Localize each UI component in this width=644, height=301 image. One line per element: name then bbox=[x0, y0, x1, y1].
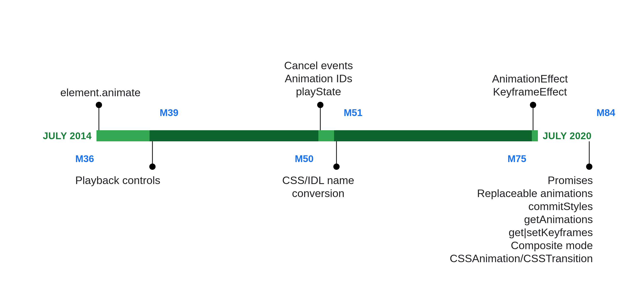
event-stem-m75 bbox=[533, 105, 534, 130]
event-text-m75: AnimationEffect KeyframeEffect bbox=[492, 72, 568, 98]
milestone-label-m39: M39 bbox=[160, 107, 178, 118]
event-text-m50-line-1: Animation IDs bbox=[285, 72, 352, 85]
event-stem-m36 bbox=[99, 105, 99, 130]
event-text-m36: element.animate bbox=[60, 86, 140, 99]
end-date-label: JULY 2020 bbox=[543, 130, 592, 141]
event-text-m50-line-0: Cancel events bbox=[284, 59, 353, 72]
milestone-label-m75: M75 bbox=[508, 154, 526, 164]
event-text-m51-line-1: conversion bbox=[292, 187, 344, 200]
event-stem-m51 bbox=[336, 141, 337, 167]
timeline-bar-dark-1 bbox=[334, 130, 532, 141]
event-text-m51-line-0: CSS/IDL name bbox=[282, 174, 354, 186]
event-dot-m75 bbox=[530, 102, 536, 108]
event-text-m75-line-0: AnimationEffect bbox=[492, 72, 568, 85]
event-text-m84-line-0: Promises bbox=[548, 174, 593, 186]
event-stem-m39 bbox=[152, 141, 153, 167]
milestone-label-m36: M36 bbox=[75, 154, 94, 164]
event-text-m51: CSS/IDL name conversion bbox=[282, 174, 354, 200]
event-dot-m36 bbox=[96, 102, 102, 108]
milestone-label-m51: M51 bbox=[344, 107, 362, 118]
milestone-label-m84: M84 bbox=[596, 107, 615, 118]
event-text-m84-line-6: CSSAnimation/CSSTransition bbox=[450, 252, 593, 264]
event-text-m39: Playback controls bbox=[75, 174, 160, 187]
event-text-m84: Promises Replaceable animations commitSt… bbox=[450, 174, 593, 265]
event-text-m75-line-1: KeyframeEffect bbox=[493, 86, 567, 98]
milestone-label-m50: M50 bbox=[295, 154, 314, 164]
event-dot-m39 bbox=[149, 164, 156, 170]
event-text-m84-line-3: getAnimations bbox=[524, 213, 593, 226]
event-dot-m84 bbox=[586, 164, 592, 170]
event-stem-m84 bbox=[589, 141, 590, 167]
event-text-m84-line-2: commitStyles bbox=[528, 200, 593, 212]
event-text-m84-line-5: Composite mode bbox=[511, 239, 593, 252]
event-text-m84-line-1: Replaceable animations bbox=[477, 187, 593, 200]
timeline-bar-dark-0 bbox=[150, 130, 318, 141]
event-stem-m50 bbox=[320, 105, 321, 130]
event-text-m50-line-2: playState bbox=[296, 86, 341, 98]
start-date-label: JULY 2014 bbox=[43, 130, 92, 141]
event-dot-m50 bbox=[317, 102, 324, 108]
event-dot-m51 bbox=[333, 164, 340, 170]
event-text-m84-line-4: get|setKeyframes bbox=[509, 226, 593, 238]
timeline-diagram: JULY 2014 JULY 2020 M36 element.animate … bbox=[0, 0, 644, 301]
event-text-m50: Cancel events Animation IDs playState bbox=[284, 59, 353, 98]
